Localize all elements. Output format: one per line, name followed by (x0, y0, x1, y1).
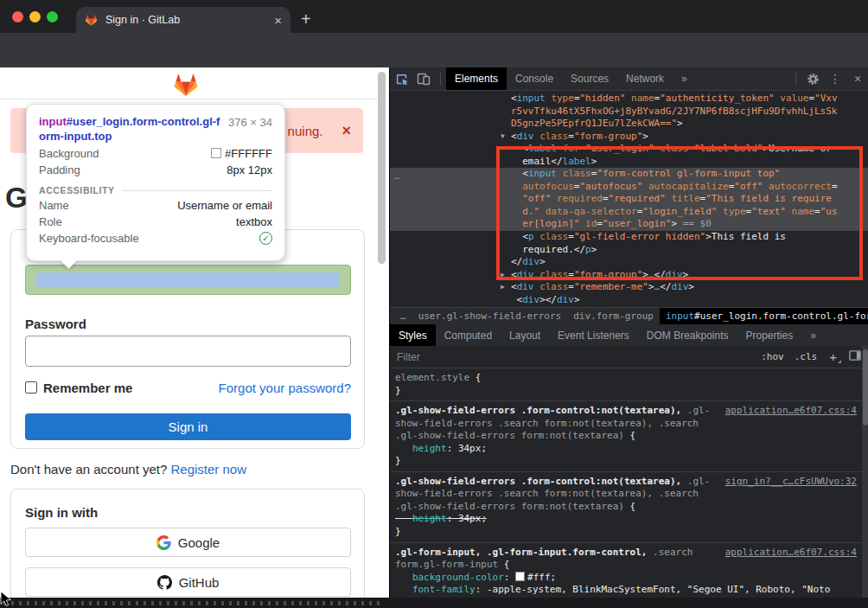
devtools-menu-icon[interactable]: ⋮ (824, 67, 846, 90)
breadcrumb-selected[interactable]: input#user_login.form-control.gl-form-in… (660, 308, 868, 325)
page-scrollbar-thumb[interactable] (378, 72, 386, 264)
remember-row: Remember me Forgot your password? (25, 379, 351, 396)
breadcrumb-item[interactable]: user.gl-show-field-errors (412, 310, 568, 322)
tooltip-focusable-row: Keyboard-focusable ✓ (39, 232, 272, 245)
css-rule[interactable]: sign_in?__c…cFsUWUyo:32.gl-show-field-er… (390, 472, 864, 543)
code-line[interactable]: ▼<div class="form-group"> (511, 131, 868, 144)
code-line[interactable]: .gl-show-field-errors form:not(textarea)… (395, 430, 857, 443)
css-rule[interactable]: application…e6f07.css:4.gl-show-field-er… (390, 401, 864, 472)
code-line[interactable]: <label for="user_login" class="label-bol… (511, 143, 868, 156)
stylesheet-source-link[interactable]: sign_in?__c…cFsUWUyo:32 (725, 476, 857, 488)
code-line[interactable]: height: 34px; (395, 443, 857, 456)
code-line[interactable]: show-field-errors .search form:not(texta… (395, 418, 857, 431)
browser-tab[interactable]: Sign in · GitLab × (76, 7, 290, 33)
divider (795, 72, 796, 86)
styles-scrollbar-thumb[interactable] (863, 349, 868, 426)
password-label: Password (25, 317, 86, 331)
code-line[interactable]: show-field-errors .search form:not(texta… (395, 488, 857, 501)
code-line[interactable]: } (395, 385, 857, 398)
code-line[interactable]: d." data-qa-selector="login_field" type=… (511, 206, 868, 219)
github-signin-button[interactable]: GitHub (25, 567, 351, 597)
code-line[interactable]: <input class="form-control gl-form-input… (511, 168, 868, 181)
devtools-settings-gear-icon[interactable] (801, 67, 824, 90)
device-toolbar-icon[interactable] (412, 67, 435, 90)
styles-panel-tabs: Styles Computed Layout Event Listeners D… (390, 324, 868, 347)
tab-elements[interactable]: Elements (446, 67, 507, 90)
divider (440, 72, 441, 86)
tab-console[interactable]: Console (507, 67, 562, 90)
devtools-close-icon[interactable]: × (846, 67, 868, 90)
register-row: Don't have an account yet? Register now (10, 462, 246, 477)
tooltip-name-row: Name Username or email (39, 199, 272, 212)
toggle-hover-state-button[interactable]: :hov (761, 351, 784, 362)
username-input-highlighted[interactable] (25, 265, 351, 295)
inspect-element-icon[interactable] (390, 67, 412, 90)
maximize-window-button[interactable] (47, 11, 58, 22)
forgot-password-link[interactable]: Forgot your password? (219, 381, 351, 395)
code-line[interactable]: email</label> (511, 156, 868, 169)
tab-dom-breakpoints[interactable]: DOM Breakpoints (638, 324, 737, 347)
code-line[interactable]: r5vvTfku46tX5FhxOG+j8yBYvadG/2JY7NP6fB8s… (511, 106, 868, 118)
css-rule[interactable]: element.style {} (390, 368, 864, 401)
code-line[interactable]: application…e6f07.css:4.gl-form-input, .… (395, 547, 857, 560)
code-line[interactable]: <p class="gl-field-error hidden">This fi… (511, 231, 868, 244)
code-line[interactable]: required.</p> (511, 244, 868, 257)
accessibility-section-header: ACCESSIBILITY (39, 185, 272, 195)
code-line[interactable]: er[login]" id="user_login"> == $0 (511, 218, 868, 231)
code-line[interactable]: </div> (511, 256, 868, 269)
signin-button[interactable]: Sign in (25, 413, 351, 440)
password-input[interactable] (25, 336, 351, 367)
alert-close-icon[interactable]: × (341, 122, 351, 140)
tab-event-listeners[interactable]: Event Listeners (549, 324, 638, 347)
tab-computed[interactable]: Computed (436, 324, 501, 347)
new-tab-button[interactable]: + (301, 10, 311, 28)
google-signin-button[interactable]: Google (25, 528, 351, 557)
more-panel-tabs-icon[interactable]: » (801, 324, 825, 347)
padding-value: 8px 12px (227, 163, 272, 176)
code-line[interactable]: ▶<div class="remember-me">…</div> (511, 281, 868, 294)
stylesheet-source-link[interactable]: application…e6f07.css:4 (725, 405, 857, 417)
tab-close-icon[interactable]: × (274, 13, 282, 28)
tab-layout[interactable]: Layout (501, 324, 549, 347)
sidebar-toggle-icon[interactable] (849, 349, 862, 365)
tooltip-role-row: Role textbox (39, 215, 272, 228)
code-line[interactable]: <input type="hidden" name="authenticity_… (511, 93, 868, 106)
remember-checkbox[interactable] (25, 381, 37, 394)
background-value: #FFFFFF (211, 147, 272, 160)
tooltip-selector-tag: input (39, 115, 67, 128)
stylesheet-source-link[interactable]: application…e6f07.css:4 (725, 547, 857, 559)
code-line[interactable]: } (395, 526, 857, 539)
tab-properties[interactable]: Properties (737, 324, 802, 347)
code-line[interactable]: height: 34px; (395, 513, 857, 526)
code-line[interactable]: D5gnzPe5PEpfrQ1JEu7lZekCWA=="> (511, 118, 868, 131)
tab-sources[interactable]: Sources (562, 67, 617, 90)
styles-filter-input[interactable]: Filter (397, 351, 750, 363)
mouse-cursor (0, 592, 11, 607)
code-line[interactable]: } (395, 455, 857, 468)
code-line[interactable]: "off" required="required" title="This fi… (511, 193, 868, 206)
code-line[interactable]: element.style { (395, 372, 857, 385)
css-rule[interactable]: application…e6f07.css:4.gl-form-input, .… (390, 543, 864, 598)
code-line[interactable]: .gl-show-field-errors form:not(textarea)… (395, 501, 857, 514)
new-style-rule-button[interactable]: + (829, 349, 837, 364)
breadcrumb-item[interactable]: div.form-group (567, 310, 660, 322)
breadcrumb-overflow[interactable]: … (394, 310, 412, 322)
close-window-button[interactable] (12, 11, 23, 22)
code-line[interactable]: background-color: #fff; (395, 572, 857, 585)
styles-filter-bar: Filter :hov .cls + (390, 346, 868, 368)
tooltip-selector-rest: #user_login.form-control.gl-form-input.t… (39, 115, 220, 143)
code-line[interactable]: sign_in?__c…cFsUWUyo:32.gl-show-field-er… (395, 476, 857, 489)
more-tabs-icon[interactable]: » (673, 67, 696, 90)
tab-network[interactable]: Network (617, 67, 673, 90)
tab-styles[interactable]: Styles (390, 324, 436, 346)
code-line[interactable]: font-family: -apple-system, BlinkMacSyst… (395, 584, 857, 597)
toggle-class-button[interactable]: .cls (795, 351, 818, 362)
register-link[interactable]: Register now (171, 462, 247, 477)
code-line[interactable]: <div></div> (511, 294, 868, 307)
tab-title: Sign in · GitLab (105, 14, 274, 26)
code-line[interactable]: application…e6f07.css:4.gl-show-field-er… (395, 405, 857, 418)
code-line[interactable]: autofocus="autofocus" autocapitalize="of… (511, 181, 868, 194)
code-line[interactable]: form.gl-form-input { (395, 559, 857, 572)
code-line[interactable]: ▶<div class="form-group">…</div> (511, 269, 868, 282)
minimize-window-button[interactable] (29, 11, 41, 22)
